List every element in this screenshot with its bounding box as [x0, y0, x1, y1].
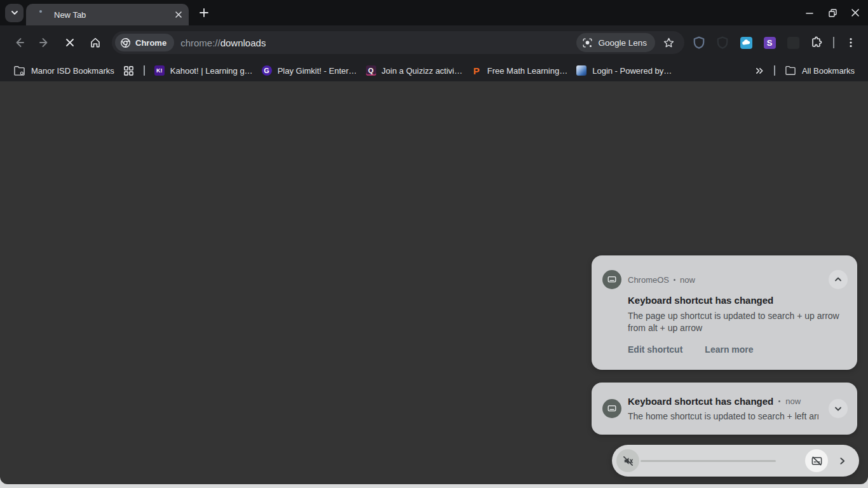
restore-button[interactable]: [824, 4, 841, 22]
all-bookmarks-label: All Bookmarks: [802, 66, 855, 76]
site-info-chip[interactable]: Chrome: [115, 34, 174, 51]
muted-speaker-icon: [622, 455, 634, 467]
bookmark-label: Login - Powered by…: [592, 66, 672, 76]
notification-title-row: Keyboard shortcut has changed now: [628, 396, 801, 407]
notification-time: now: [785, 396, 801, 406]
google-lens-label: Google Lens: [598, 38, 647, 48]
close-window-button[interactable]: [846, 4, 864, 22]
chrome-logo-icon: [120, 37, 131, 48]
minimize-button[interactable]: [801, 4, 818, 22]
browser-menu-button[interactable]: [841, 33, 860, 52]
bookmark-quizizz[interactable]: Q Join a Quizizz activi…: [362, 64, 467, 78]
google-lens-icon: [582, 37, 593, 48]
apps-shortcut[interactable]: [119, 64, 139, 78]
expand-notification-button[interactable]: [829, 399, 848, 418]
url-scheme: chrome://: [180, 37, 220, 48]
omnibox[interactable]: Chrome chrome://downloads Google Lens: [112, 31, 684, 54]
login-favicon: [576, 65, 587, 76]
s-extension-icon: S: [764, 37, 776, 49]
home-button[interactable]: [85, 32, 106, 53]
extension-shield-light[interactable]: [689, 33, 709, 52]
collapse-notification-button[interactable]: [829, 270, 848, 289]
chromeos-avatar: [602, 399, 621, 418]
tab-search-button[interactable]: [5, 4, 24, 22]
double-chevron-right-icon: [755, 67, 764, 75]
extension-securly[interactable]: S: [760, 33, 779, 52]
captions-off-icon: [811, 455, 823, 467]
extension-icons-area: S: [689, 33, 862, 52]
forward-arrow-icon: [38, 36, 51, 49]
bookmarks-bar: Manor ISD Bookmarks K! Kahoot! | Learnin…: [0, 60, 868, 81]
back-arrow-icon: [13, 36, 25, 49]
tab-new-tab[interactable]: New Tab: [26, 4, 189, 25]
bookmark-label: Free Math Learning…: [487, 66, 567, 76]
meta-separator-dot: [674, 279, 675, 281]
keyboard-icon: [607, 403, 617, 414]
url-text: chrome://downloads: [180, 37, 266, 48]
bookmarks-divider: [774, 65, 775, 76]
kahoot-favicon: K!: [154, 65, 165, 76]
bookmark-prodigy[interactable]: P Free Math Learning…: [467, 64, 572, 78]
tab-close-icon[interactable]: [172, 8, 185, 21]
back-button[interactable]: [8, 32, 30, 53]
folder-icon: [785, 65, 796, 76]
bookmark-gimkit[interactable]: G Play Gimkit! - Enter…: [257, 64, 362, 78]
learn-more-button[interactable]: Learn more: [705, 344, 753, 355]
quizizz-favicon: Q: [366, 65, 376, 76]
home-icon: [89, 36, 102, 49]
tab-strip: New Tab: [0, 0, 868, 25]
meta-separator-dot: [778, 400, 780, 402]
apps-grid-icon: [123, 65, 134, 76]
bookmark-star-button[interactable]: [659, 33, 678, 52]
bookmark-login[interactable]: Login - Powered by…: [572, 64, 676, 78]
close-icon: [851, 8, 860, 17]
shelf-hint-strip: [0, 484, 868, 488]
bookmark-label: Join a Quizizz activi…: [382, 66, 463, 76]
managed-folder-icon: [13, 65, 25, 76]
audio-settings-expand-button[interactable]: [833, 452, 851, 470]
notification-card-collapsed[interactable]: Keyboard shortcut has changed now The ho…: [592, 383, 857, 435]
volume-slider-track[interactable]: [641, 460, 776, 462]
dimmed-extension-icon: [787, 37, 799, 49]
notification-actions: Edit shortcut Learn more: [628, 344, 754, 355]
live-caption-toggle[interactable]: [805, 449, 828, 472]
minimize-icon: [805, 8, 814, 17]
extension-dimmed[interactable]: [783, 33, 803, 52]
notification-source: ChromeOS: [628, 275, 669, 285]
extension-cloud[interactable]: [736, 33, 756, 52]
chevron-down-icon: [834, 404, 843, 413]
shield-icon: [693, 36, 705, 49]
chromeos-avatar: [602, 270, 621, 289]
prodigy-favicon: P: [471, 65, 482, 76]
google-lens-button[interactable]: Google Lens: [576, 33, 655, 52]
shield-icon: [716, 36, 729, 49]
new-tab-button[interactable]: [195, 4, 213, 22]
browser-toolbar: Chrome chrome://downloads Google Lens: [0, 25, 868, 60]
star-icon: [663, 37, 675, 49]
cloud-extension-icon: [740, 37, 752, 49]
notification-meta: now: [778, 396, 801, 406]
notification-title: Keyboard shortcut has changed: [628, 396, 773, 407]
stop-loading-button[interactable]: [59, 32, 81, 53]
bookmark-kahoot[interactable]: K! Kahoot! | Learning g…: [150, 64, 257, 78]
bookmarks-divider: [144, 65, 145, 76]
managed-bookmarks-folder[interactable]: Manor ISD Bookmarks: [9, 64, 119, 78]
managed-folder-label: Manor ISD Bookmarks: [31, 66, 114, 76]
extensions-menu-button[interactable]: [807, 33, 826, 52]
volume-mute-knob[interactable]: [616, 449, 639, 472]
bookmark-label: Play Gimkit! - Enter…: [278, 66, 357, 76]
edit-shortcut-button[interactable]: Edit shortcut: [628, 344, 682, 355]
bookmarks-overflow-button[interactable]: [750, 65, 769, 77]
gimkit-favicon: G: [262, 65, 272, 76]
restore-icon: [828, 8, 837, 18]
tab-title: New Tab: [54, 10, 86, 20]
all-bookmarks-button[interactable]: All Bookmarks: [780, 64, 859, 78]
notification-card-expanded[interactable]: ChromeOS now Keyboard shortcut has chang…: [592, 255, 857, 370]
extension-shield-dark[interactable]: [713, 33, 732, 52]
notification-body: The home shortcut is updated to search +…: [628, 411, 818, 421]
volume-slider-popup: [612, 445, 859, 477]
notification-body: The page up shortcut is updated to searc…: [628, 310, 850, 334]
chevron-down-icon: [10, 8, 19, 17]
plus-icon: [199, 8, 209, 18]
forward-button[interactable]: [34, 32, 55, 53]
